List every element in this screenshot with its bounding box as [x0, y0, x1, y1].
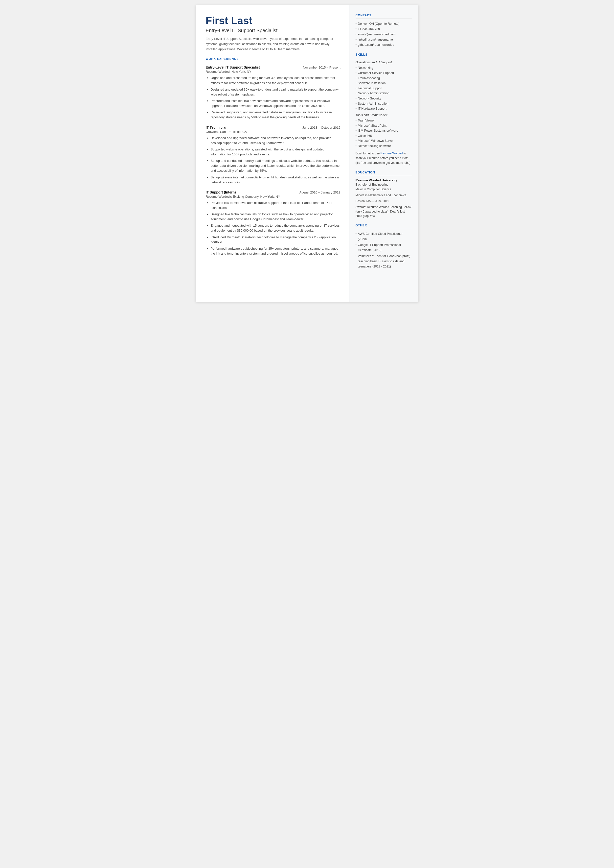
bullet-3-3: Engaged and negotiated with 15 vendors t…: [211, 223, 341, 233]
work-header-1: Entry-Level IT Support Specialist Novemb…: [206, 65, 341, 69]
left-column: First Last Entry-Level IT Support Specia…: [196, 5, 349, 302]
skill-2-2: Microsoft SharePoint: [356, 123, 412, 129]
bullet-2-4: Set up wireless internet connectivity on…: [211, 175, 341, 185]
bullet-3-2: Designed five technical manuals on topic…: [211, 212, 341, 222]
edu-location-date: Boston, MA — June 2019: [356, 199, 412, 203]
skill-2-1: TeamViewer: [356, 118, 412, 123]
edu-degree: Bachelor of Engineering: [356, 182, 412, 187]
other-item-3: Volunteer at Tech for Good (non profit) …: [356, 254, 412, 269]
bullet-2-1: Developed and upgraded software and hard…: [211, 136, 341, 146]
work-company-2: Growthsi, San Francisco, CA: [206, 130, 341, 134]
work-bullets-1: Organised and presented training for ove…: [206, 76, 341, 120]
skill-1-4: Software Installation: [356, 81, 412, 86]
contact-github: github.com/resumeworded: [356, 42, 412, 48]
contact-section-title: CONTACT: [356, 14, 412, 19]
skill-1-6: Network Administration: [356, 91, 412, 96]
bullet-1-2: Designed and updated 30+ easy-to-underst…: [211, 87, 341, 97]
right-column: CONTACT Denver, OH (Open to Remote) +1-2…: [349, 5, 419, 302]
contact-section: CONTACT Denver, OH (Open to Remote) +1-2…: [356, 14, 412, 48]
work-bullets-2: Developed and upgraded software and hard…: [206, 136, 341, 185]
edu-minors: Minors in Mathematics and Economics: [356, 193, 412, 197]
contact-phone: +1-234-456-789: [356, 26, 412, 32]
skill-2-6: Defect tracking software: [356, 143, 412, 149]
skill-1-2: Customer Service Support: [356, 70, 412, 76]
skill-1-9: IT Hardware Support: [356, 106, 412, 111]
edu-awards: Awards: Resume Worded Teaching Fellow (o…: [356, 205, 412, 218]
work-entry-2: IT Technician June 2013 – October 2015 G…: [206, 126, 341, 185]
bullet-1-3: Procured and installed 100 new computers…: [211, 98, 341, 109]
skill-1-3: Troubleshooting: [356, 76, 412, 81]
job-title: Entry-Level IT Support Specialist: [206, 28, 341, 33]
work-header-3: IT Support (Intern) August 2010 – Januar…: [206, 190, 341, 194]
work-dates-1: November 2015 – Present: [303, 65, 341, 69]
skills-category-1: Operations and IT Support:: [356, 61, 412, 64]
contact-email: email@resumeworded.com: [356, 32, 412, 37]
work-entry-3: IT Support (Intern) August 2010 – Januar…: [206, 190, 341, 256]
promo-block: Don't forget to use Resume Worded to sca…: [356, 151, 412, 166]
work-header-2: IT Technician June 2013 – October 2015: [206, 126, 341, 129]
skills-group-1: Networking Customer Service Support Trou…: [356, 65, 412, 111]
bullet-1-4: Reviewed, suggested, and implemented dat…: [211, 110, 341, 120]
work-job-title-3: IT Support (Intern): [206, 190, 236, 194]
bullet-2-3: Set up and conducted monthly staff meeti…: [211, 158, 341, 173]
candidate-name: First Last: [206, 15, 341, 27]
skill-1-1: Networking: [356, 65, 412, 70]
other-list: AWS Certified Cloud Practitioner (2020) …: [356, 231, 412, 269]
work-job-title-2: IT Technician: [206, 126, 228, 129]
bullet-3-1: Provided low to mid-level administrative…: [211, 200, 341, 210]
skill-2-4: Office 365: [356, 134, 412, 138]
contact-linkedin: linkedin.com/in/username: [356, 37, 412, 42]
skill-1-8: System Administration: [356, 101, 412, 106]
work-company-3: Resume Worded's Exciting Company, New Yo…: [206, 195, 341, 199]
summary-text: Entry-Level IT Support Specialist with e…: [206, 36, 341, 52]
contact-list: Denver, OH (Open to Remote) +1-234-456-7…: [356, 21, 412, 48]
other-item-1: AWS Certified Cloud Practitioner (2020): [356, 231, 412, 242]
skills-category-2: Tools and Frameworks:: [356, 113, 412, 117]
other-section: OTHER AWS Certified Cloud Practitioner (…: [356, 224, 412, 269]
bullet-2-2: Supported website operations, assisted w…: [211, 147, 341, 157]
skill-1-5: Technical Support: [356, 86, 412, 91]
work-dates-3: August 2010 – January 2013: [299, 191, 340, 194]
edu-institution: Resume Worded University: [356, 179, 412, 182]
other-item-2: Google IT Support Professional Certifica…: [356, 242, 412, 253]
work-company-1: Resume Worded, New York, NY: [206, 70, 341, 73]
work-job-title-1: Entry-Level IT Support Specialist: [206, 65, 260, 69]
skills-group-2: TeamViewer Microsoft SharePoint IBM Powe…: [356, 118, 412, 149]
skills-section-title: SKILLS: [356, 53, 412, 58]
work-experience-section-title: WORK EXPERIENCE: [206, 57, 341, 62]
other-section-title: OTHER: [356, 224, 412, 229]
skill-2-3: IBM Power Systems software: [356, 128, 412, 134]
bullet-3-5: Performed hardware troubleshooting for 3…: [211, 246, 341, 256]
resume-page: First Last Entry-Level IT Support Specia…: [196, 5, 419, 302]
work-entry-1: Entry-Level IT Support Specialist Novemb…: [206, 65, 341, 120]
work-dates-2: June 2013 – October 2015: [302, 126, 341, 129]
contact-location: Denver, OH (Open to Remote): [356, 21, 412, 26]
skills-section: SKILLS Operations and IT Support: Networ…: [356, 53, 412, 165]
promo-text-before: Don't forget to use: [356, 152, 381, 155]
bullet-3-4: Introduced Microsoft SharePoint technolo…: [211, 235, 341, 245]
promo-link[interactable]: Resume Worded: [381, 152, 403, 155]
edu-major: Major in Computer Science: [356, 187, 412, 191]
education-section-title: EDUCATION: [356, 171, 412, 176]
skill-2-5: Microsoft Windows Server: [356, 138, 412, 143]
skill-1-7: Network Security: [356, 96, 412, 101]
education-section: EDUCATION Resume Worded University Bache…: [356, 171, 412, 218]
work-bullets-3: Provided low to mid-level administrative…: [206, 200, 341, 256]
bullet-1-1: Organised and presented training for ove…: [211, 76, 341, 85]
